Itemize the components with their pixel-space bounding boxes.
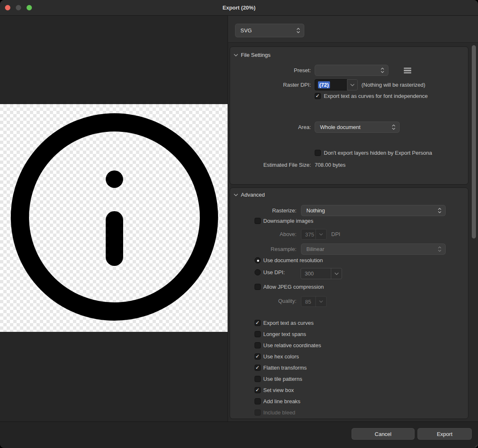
quality-combo: 85 (301, 296, 327, 307)
stepper-icon (381, 67, 384, 74)
chevron-down-icon (315, 229, 326, 239)
area-dropdown[interactable]: Whole document (315, 122, 400, 133)
rasterize-label: Rasterize: (230, 205, 296, 216)
checkbox (255, 409, 261, 416)
use-dpi-radio[interactable] (255, 269, 261, 275)
area-label: Area: (230, 122, 311, 133)
option-label: Set view box (263, 387, 294, 393)
format-value: SVG (235, 27, 296, 34)
disclosure-chevron-icon (234, 54, 238, 56)
option-row[interactable]: Flatten transforms (255, 365, 321, 371)
transparency-checkerboard (0, 104, 228, 332)
export-settings-panel: SVG File Settings Preset: Raster DPI: (7… (228, 16, 478, 421)
stepper-icon (296, 27, 300, 34)
estimated-size-value: 708.00 bytes (315, 159, 345, 170)
disclosure-chevron-icon (234, 194, 238, 196)
area-value: Whole document (315, 124, 392, 130)
cancel-button[interactable]: Cancel (352, 428, 415, 440)
file-settings-header[interactable]: File Settings (234, 52, 271, 58)
rasterize-dropdown[interactable]: Nothing (301, 205, 446, 216)
raster-dpi-selected-text: (72) (318, 81, 330, 88)
format-dropdown[interactable]: SVG (235, 24, 304, 37)
use-doc-resolution-radio[interactable] (255, 257, 261, 263)
option-label: Flatten transforms (263, 365, 307, 371)
option-row[interactable]: Longer text spans (255, 331, 321, 337)
export-preview-area (0, 16, 228, 421)
option-row[interactable]: Use tile patterns (255, 376, 321, 382)
raster-dpi-combo[interactable]: (72) (315, 79, 358, 90)
option-label: Longer text spans (263, 331, 306, 337)
option-label: Add line breaks (263, 398, 301, 404)
quality-label: Quality: (230, 296, 296, 307)
raster-dpi-input[interactable]: (72) (315, 79, 347, 90)
above-label: Above: (230, 229, 296, 240)
option-label: Use hex colors (263, 353, 299, 360)
use-dpi-label: Use DPI: (263, 269, 285, 275)
option-row[interactable]: Export text as curves (255, 320, 321, 326)
advanced-header[interactable]: Advanced (234, 192, 265, 198)
preset-label: Preset: (230, 65, 311, 76)
above-value: 375 (301, 229, 315, 239)
option-label: Use tile patterns (263, 376, 302, 382)
stepper-icon (438, 207, 442, 214)
raster-dpi-dropdown-button[interactable] (347, 79, 358, 90)
option-row[interactable]: Use relative coordinates (255, 342, 321, 348)
curves-checkbox-label: Export text as curves for font independe… (324, 93, 428, 99)
option-row[interactable]: Add line breaks (255, 398, 321, 404)
dialog-footer: Cancel Export (0, 421, 478, 448)
resample-label: Resample: (230, 243, 296, 255)
rasterize-value: Nothing (301, 207, 438, 214)
advanced-group: Advanced Rasterize: Nothing Downsample i… (230, 187, 468, 419)
file-settings-group: File Settings Preset: Raster DPI: (72) (… (230, 46, 468, 185)
export-dialog: Export (20%) SVG File Settings Preset: (0, 0, 478, 448)
hidden-layers-checkbox-label: Don't export layers hidden by Export Per… (324, 150, 432, 156)
option-row: Include bleed (255, 409, 321, 416)
checkbox (255, 320, 261, 326)
option-label: Export text as curves (263, 320, 313, 326)
window-title: Export (20%) (0, 0, 478, 16)
raster-dpi-note: (Nothing will be rasterized) (362, 79, 425, 90)
advanced-options-list: Export text as curves Longer text spans … (255, 320, 321, 416)
preset-menu-icon[interactable] (404, 68, 411, 73)
export-button[interactable]: Export (417, 428, 472, 440)
format-bar: SVG (228, 16, 478, 43)
stepper-icon (438, 246, 442, 253)
quality-value: 85 (301, 297, 315, 307)
chevron-down-icon[interactable] (331, 268, 342, 279)
resample-value: Bilinear (301, 246, 438, 252)
resample-dropdown: Bilinear (301, 243, 446, 255)
option-label: Use relative coordinates (263, 342, 321, 348)
file-settings-title: File Settings (241, 52, 271, 58)
chevron-down-icon (350, 84, 354, 86)
curves-checkbox[interactable] (315, 93, 321, 99)
downsample-label: Downsample images (263, 218, 313, 224)
option-row[interactable]: Set view box (255, 387, 321, 393)
hidden-layers-checkbox[interactable] (315, 150, 321, 156)
use-dpi-value: 300 (301, 268, 331, 279)
above-unit: DPI (331, 229, 340, 240)
above-combo: 375 (301, 229, 327, 240)
checkbox (255, 331, 261, 337)
estimated-size-label: Estimated File Size: (230, 159, 311, 170)
stepper-icon (392, 124, 396, 131)
checkbox (255, 365, 261, 371)
checkbox (255, 376, 261, 382)
use-dpi-combo[interactable]: 300 (301, 268, 342, 279)
downsample-checkbox[interactable] (255, 218, 261, 224)
title-bar: Export (20%) (0, 0, 478, 16)
use-doc-resolution-label: Use document resolution (263, 257, 323, 263)
chevron-down-icon (315, 297, 326, 307)
option-label: Include bleed (263, 409, 295, 416)
raster-dpi-label: Raster DPI: (230, 79, 311, 90)
jpeg-compression-label: Allow JPEG compression (263, 284, 324, 290)
checkbox (255, 342, 261, 348)
checkbox (255, 387, 261, 393)
info-icon-artwork (0, 104, 228, 332)
checkbox (255, 353, 261, 360)
jpeg-compression-checkbox[interactable] (255, 284, 261, 290)
option-row[interactable]: Use hex colors (255, 353, 321, 360)
vertical-scrollbar-thumb[interactable] (472, 45, 476, 239)
preset-dropdown[interactable] (315, 65, 388, 76)
checkbox (255, 398, 261, 404)
advanced-title: Advanced (241, 192, 265, 198)
